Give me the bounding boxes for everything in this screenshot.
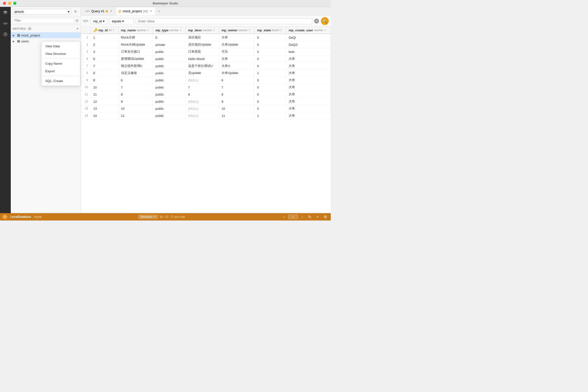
- table-cell[interactable]: public: [153, 62, 186, 70]
- table-cell[interactable]: 12: [81, 98, 91, 105]
- table-cell[interactable]: 10: [219, 105, 254, 112]
- table-cell[interactable]: 0: [254, 105, 286, 112]
- table-cell[interactable]: 大奇: [286, 55, 331, 62]
- table-cell[interactable]: DaQi2: [286, 41, 331, 48]
- col-header-mp-state[interactable]: mp_state tinyint ⬆: [254, 27, 286, 34]
- context-menu-item-export[interactable]: Export: [42, 68, 80, 75]
- filter-value-input[interactable]: [136, 18, 312, 24]
- table-cell[interactable]: 独立组件新增U: [118, 62, 153, 70]
- table-row[interactable]: 66新增测试UpdatepublicHello World大奇0大奇: [81, 55, 331, 62]
- table-cell[interactable]: 演示项目Update: [186, 41, 219, 48]
- table-cell[interactable]: 11: [81, 91, 91, 98]
- table-cell[interactable]: 6: [91, 55, 118, 62]
- table-row[interactable]: 22Mock示例Updateprivate演示项目Update大奇Update0…: [81, 41, 331, 48]
- table-cell[interactable]: 大奇U: [219, 62, 254, 70]
- table-cell[interactable]: 这是个拆分测试U: [186, 62, 219, 70]
- table-cell[interactable]: 7: [118, 84, 153, 91]
- sidebar-icon-code[interactable]: [2, 20, 9, 27]
- table-cell[interactable]: 3: [81, 48, 91, 55]
- table-row[interactable]: 141411public(NULL)111大奇: [81, 112, 331, 119]
- minimize-button[interactable]: [8, 2, 11, 5]
- table-cell[interactable]: 11: [219, 112, 254, 119]
- search-button[interactable]: 🔍: [321, 17, 329, 25]
- table-row[interactable]: 88自定义修改public无update大奇Update1大奇: [81, 70, 331, 77]
- table-row[interactable]: 131310public(NULL)100大奇: [81, 105, 331, 112]
- table-cell[interactable]: 9: [219, 98, 254, 105]
- table-cell[interactable]: DaQi: [286, 34, 331, 41]
- table-cell[interactable]: (NULL): [186, 98, 219, 105]
- table-cell[interactable]: 13: [81, 105, 91, 112]
- table-cell[interactable]: 大奇Update: [219, 70, 254, 77]
- table-cell[interactable]: 2: [81, 41, 91, 48]
- table-cell[interactable]: 14: [91, 112, 118, 119]
- table-cell[interactable]: 1: [254, 112, 286, 119]
- table-cell[interactable]: 订单支付接口: [118, 48, 153, 55]
- table-cell[interactable]: Mock示例Update: [118, 41, 153, 48]
- table-cell[interactable]: (NULL): [186, 112, 219, 119]
- clear-filter-button[interactable]: ✕: [314, 18, 319, 24]
- table-cell[interactable]: 9: [91, 77, 118, 84]
- table-cell[interactable]: 6: [118, 77, 153, 84]
- table-cell[interactable]: 0: [254, 77, 286, 84]
- table-cell[interactable]: Mock示例: [118, 34, 153, 41]
- sidebar-icon-database[interactable]: [2, 9, 9, 16]
- table-cell[interactable]: 10: [81, 84, 91, 91]
- table-cell[interactable]: 1: [91, 34, 118, 41]
- maximize-button[interactable]: [13, 2, 16, 5]
- table-cell[interactable]: public: [153, 77, 186, 84]
- table-cell[interactable]: 2: [91, 41, 118, 48]
- table-cell[interactable]: 14: [81, 112, 91, 119]
- table-cell[interactable]: 9: [118, 98, 153, 105]
- prev-page-button[interactable]: ‹: [281, 214, 287, 220]
- table-row[interactable]: 33订单支付接口public订单系统可乐0kele: [81, 48, 331, 55]
- tree-item-mock-project[interactable]: ▶ ⊞ mock_project: [11, 32, 80, 38]
- context-menu-item-view-structure[interactable]: View Structure: [42, 50, 80, 58]
- table-cell[interactable]: 大奇: [286, 98, 331, 105]
- table-cell[interactable]: 10: [91, 84, 118, 91]
- table-cell[interactable]: kele: [286, 48, 331, 55]
- table-cell[interactable]: 11: [118, 112, 153, 119]
- page-number-input[interactable]: [288, 214, 298, 219]
- table-cell[interactable]: (NULL): [186, 105, 219, 112]
- structure-button[interactable]: Structure ↗: [138, 214, 158, 219]
- refresh-button[interactable]: ↻: [72, 8, 79, 15]
- refresh-data-button[interactable]: ↻: [307, 214, 312, 220]
- context-menu-item-copy-name[interactable]: Copy Name: [42, 60, 80, 68]
- col-header-mp-type[interactable]: mp_type varchar ⬆: [153, 27, 186, 34]
- table-row[interactable]: 11118public880大奇: [81, 91, 331, 98]
- table-cell[interactable]: 大奇: [286, 70, 331, 77]
- table-cell[interactable]: public: [153, 91, 186, 98]
- tab-mock-project[interactable]: ⊞ mock_project [all] ✕: [116, 7, 155, 16]
- table-cell[interactable]: private: [153, 41, 186, 48]
- table-cell[interactable]: public: [153, 84, 186, 91]
- table-cell[interactable]: 10: [118, 105, 153, 112]
- table-row[interactable]: 12129public(NULL)90大奇: [81, 98, 331, 105]
- table-cell[interactable]: 12: [91, 98, 118, 105]
- table-cell[interactable]: 7: [91, 62, 118, 70]
- table-cell[interactable]: public: [153, 70, 186, 77]
- table-cell[interactable]: 6: [219, 77, 254, 84]
- settings-button[interactable]: ⚙: [322, 214, 328, 220]
- table-cell[interactable]: 8: [219, 91, 254, 98]
- table-cell[interactable]: 8: [81, 70, 91, 77]
- filter-operator-dropdown[interactable]: equals ▾: [109, 18, 134, 24]
- table-cell[interactable]: 大奇: [286, 105, 331, 112]
- table-cell[interactable]: 大奇Update: [219, 41, 254, 48]
- add-row-button[interactable]: +: [314, 214, 320, 220]
- tab-close-button[interactable]: ✕: [109, 10, 113, 13]
- table-cell[interactable]: public: [153, 48, 186, 55]
- add-entity-button[interactable]: +: [76, 26, 79, 31]
- new-tab-button[interactable]: +: [156, 8, 162, 14]
- table-cell[interactable]: 0: [254, 48, 286, 55]
- data-table-container[interactable]: 🔑 mp_id int ⬆ mp_name varchar ⬆: [81, 27, 331, 213]
- table-cell[interactable]: 新增测试Update: [118, 55, 153, 62]
- table-cell[interactable]: 大奇: [286, 91, 331, 98]
- table-cell[interactable]: 0: [254, 84, 286, 91]
- table-cell[interactable]: public: [153, 105, 186, 112]
- tab-close-button[interactable]: ✕: [149, 10, 153, 13]
- table-cell[interactable]: 8: [186, 91, 219, 98]
- table-cell[interactable]: 大奇: [286, 62, 331, 70]
- table-cell[interactable]: Hello World: [186, 55, 219, 62]
- table-cell[interactable]: 8: [118, 91, 153, 98]
- table-row[interactable]: 996public(NULL)60大奇: [81, 77, 331, 84]
